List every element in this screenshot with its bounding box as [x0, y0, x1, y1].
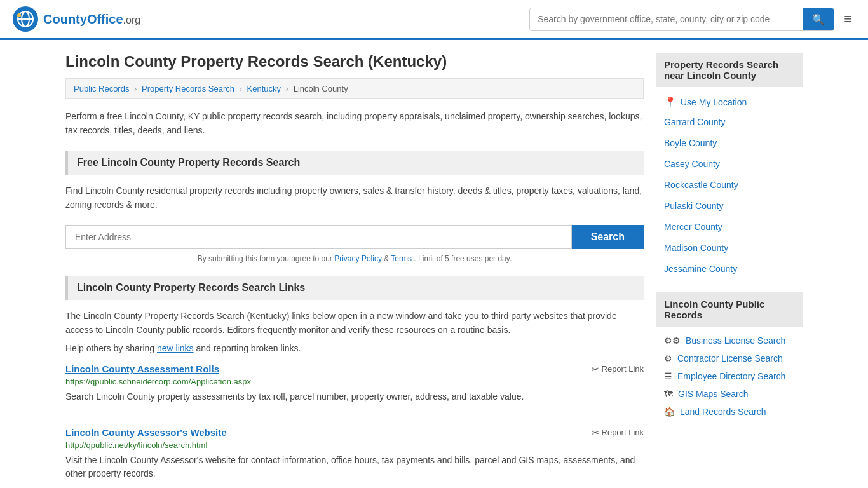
privacy-policy-link[interactable]: Privacy Policy	[334, 254, 382, 263]
sidebar: Property Records Search near Lincoln Cou…	[656, 53, 803, 488]
breadcrumb: Public Records › Property Records Search…	[65, 78, 644, 99]
free-search-header: Free Lincoln County Property Records Sea…	[65, 151, 644, 175]
main-container: Lincoln County Property Records Search (…	[53, 40, 815, 488]
link-item-header-1: Lincoln County Assessment Rolls ✂ Report…	[65, 363, 644, 374]
new-links-link[interactable]: new links	[157, 343, 194, 353]
header: CountyOffice.org 🔍 ≡	[0, 0, 868, 40]
sidebar-madison-county[interactable]: Madison County	[656, 238, 803, 259]
address-input[interactable]	[65, 225, 572, 249]
header-right: 🔍 ≡	[529, 8, 855, 31]
logo-text: CountyOffice.org	[43, 12, 140, 27]
breadcrumb-lincoln-county: Lincoln County	[294, 84, 348, 93]
sidebar-pulaski-county[interactable]: Pulaski County	[656, 196, 803, 217]
search-icon: 🔍	[812, 14, 825, 25]
link-url-2[interactable]: http://qpublic.net/ky/lincoln/search.htm…	[65, 440, 644, 450]
report-link-2[interactable]: ✂ Report Link	[592, 428, 644, 438]
gear-icon-contractor: ⚙	[664, 353, 672, 363]
search-button[interactable]: Search	[572, 225, 644, 249]
public-records-section: Lincoln County Public Records ⚙⚙ Busines…	[656, 292, 803, 421]
link-title-2[interactable]: Lincoln County Assessor's Website	[65, 427, 227, 438]
business-license-link[interactable]: ⚙⚙ Business License Search	[656, 332, 803, 349]
links-description: The Lincoln County Property Records Sear…	[65, 309, 644, 337]
location-pin-icon: 📍	[664, 96, 677, 108]
link-url-1[interactable]: https://qpublic.schneidercorp.com/Applic…	[65, 377, 644, 386]
list-icon-employee: ☰	[664, 371, 672, 381]
links-section: Lincoln County Property Records Search L…	[65, 276, 644, 488]
home-icon-land: 🏠	[664, 407, 675, 417]
content-area: Lincoln County Property Records Search (…	[65, 53, 644, 488]
report-icon-1: ✂	[592, 364, 599, 374]
land-records-link[interactable]: 🏠 Land Records Search	[656, 403, 803, 421]
report-link-1[interactable]: ✂ Report Link	[592, 364, 644, 374]
share-text: Help others by sharing new links and rep…	[65, 343, 644, 353]
free-search-desc: Find Lincoln County residential property…	[65, 184, 644, 212]
global-search-input[interactable]	[530, 9, 803, 29]
terms-link[interactable]: Terms	[391, 254, 412, 263]
gis-maps-link[interactable]: 🗺 GIS Maps Search	[656, 385, 803, 403]
breadcrumb-public-records[interactable]: Public Records	[74, 84, 129, 93]
page-title: Lincoln County Property Records Search (…	[65, 53, 644, 71]
breadcrumb-property-records-search[interactable]: Property Records Search	[142, 84, 234, 93]
link-item-2: Lincoln County Assessor's Website ✂ Repo…	[65, 427, 644, 488]
gear-icon-business: ⚙⚙	[664, 336, 681, 346]
address-search-row: Search	[65, 225, 644, 249]
report-icon-2: ✂	[592, 428, 599, 438]
page-description: Perform a free Lincoln County, KY public…	[65, 109, 644, 138]
breadcrumb-kentucky[interactable]: Kentucky	[247, 84, 281, 93]
use-my-location[interactable]: 📍 Use My Location	[656, 92, 803, 112]
sidebar-boyle-county[interactable]: Boyle County	[656, 133, 803, 154]
link-item: Lincoln County Assessment Rolls ✂ Report…	[65, 363, 644, 414]
contractor-license-link[interactable]: ⚙ Contractor License Search	[656, 349, 803, 367]
logo-area: CountyOffice.org	[13, 6, 140, 32]
menu-icon[interactable]: ≡	[841, 8, 855, 30]
sidebar-garrard-county[interactable]: Garrard County	[656, 112, 803, 133]
links-section-header: Lincoln County Property Records Search L…	[65, 276, 644, 300]
link-desc-1: Search Lincoln County property assessmen…	[65, 390, 644, 403]
address-search-form: Search By submitting this form you agree…	[65, 225, 644, 263]
link-desc-2: Visit the Lincoln County Assessor's webs…	[65, 454, 644, 480]
sidebar-mercer-county[interactable]: Mercer County	[656, 217, 803, 238]
global-search-button[interactable]: 🔍	[803, 8, 834, 30]
sidebar-casey-county[interactable]: Casey County	[656, 154, 803, 175]
link-title-1[interactable]: Lincoln County Assessment Rolls	[65, 363, 219, 374]
nearby-section-title: Property Records Search near Lincoln Cou…	[656, 53, 803, 87]
link-item-header-2: Lincoln County Assessor's Website ✂ Repo…	[65, 427, 644, 438]
sidebar-jessamine-county[interactable]: Jessamine County	[656, 259, 803, 280]
nearby-section: Property Records Search near Lincoln Cou…	[656, 53, 803, 280]
form-disclaimer: By submitting this form you agree to our…	[65, 254, 644, 263]
map-icon-gis: 🗺	[664, 389, 673, 399]
logo-icon	[13, 6, 38, 32]
public-records-section-title: Lincoln County Public Records	[656, 292, 803, 327]
global-search-bar: 🔍	[529, 8, 834, 31]
sidebar-rockcastle-county[interactable]: Rockcastle County	[656, 175, 803, 196]
svg-point-4	[17, 13, 21, 17]
employee-directory-link[interactable]: ☰ Employee Directory Search	[656, 367, 803, 385]
